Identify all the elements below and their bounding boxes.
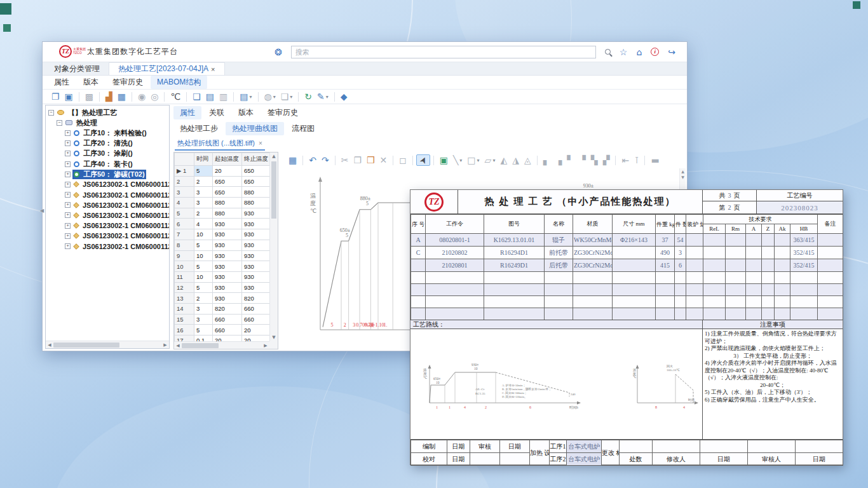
nav-tab-1[interactable]: 版本 bbox=[77, 76, 105, 89]
pointer-tool-icon[interactable]: ➤ bbox=[416, 154, 430, 166]
grid-cell[interactable]: 3 bbox=[194, 187, 213, 198]
copy-structure-icon[interactable]: ❏ bbox=[190, 92, 203, 102]
grid-cell[interactable]: 880 bbox=[213, 198, 242, 208]
detail-tab-0[interactable]: 属性 bbox=[173, 106, 201, 119]
search-icon[interactable] bbox=[605, 49, 611, 55]
tree-expander-icon[interactable]: + bbox=[65, 130, 71, 136]
copy-icon[interactable]: ❐ bbox=[351, 155, 364, 165]
window-tab-1[interactable]: 热处理工艺[2023-07-04J]A× bbox=[109, 62, 225, 75]
info-icon[interactable]: i bbox=[651, 48, 659, 56]
chart-icon[interactable]: ▟ bbox=[103, 92, 115, 102]
grid-row-15[interactable]: 153660660 bbox=[175, 314, 270, 325]
grid-cell[interactable]: 820 bbox=[242, 293, 270, 304]
tag-edit-icon[interactable]: ◆ bbox=[338, 92, 350, 102]
grid-cell[interactable]: 650 bbox=[242, 176, 270, 187]
grid-cell[interactable]: 660 bbox=[213, 325, 242, 336]
grid-cell[interactable]: 930 bbox=[242, 250, 270, 261]
grid-cell[interactable]: 930 bbox=[242, 240, 270, 250]
grid-cell[interactable]: 880 bbox=[242, 187, 270, 198]
list-edit-icon[interactable]: ▥ bbox=[217, 92, 230, 102]
relation-icon[interactable]: ◍▾ bbox=[262, 92, 278, 102]
image-tool-icon[interactable]: ▣ bbox=[437, 155, 451, 165]
dropdown-caret-icon[interactable]: ▾ bbox=[249, 94, 252, 100]
grid-row-6[interactable]: 64930930 bbox=[175, 219, 270, 229]
tree-item-9[interactable]: +JS06123002-1 CM0600011215 bbox=[47, 200, 169, 210]
grid-cell[interactable]: 930 bbox=[213, 229, 242, 240]
grid-cell[interactable]: 930 bbox=[213, 282, 242, 293]
grid-cell[interactable]: 650 bbox=[213, 187, 242, 198]
grid-row-header[interactable]: ▶ 1 bbox=[175, 166, 194, 177]
tree-item-0[interactable]: −【】热处理工艺 bbox=[47, 107, 169, 118]
tree-expander-icon[interactable]: + bbox=[65, 202, 71, 208]
detail-tab-2[interactable]: 版本 bbox=[232, 106, 260, 119]
grid-cell[interactable]: 2 bbox=[194, 293, 213, 304]
grid-cell[interactable]: 20 bbox=[242, 336, 270, 342]
fit-height-icon[interactable]: ⊺ bbox=[632, 155, 641, 165]
tree-item-12[interactable]: +JS06123002-1 CM0600011215 bbox=[47, 231, 169, 241]
grid-cell[interactable]: 20 bbox=[242, 325, 270, 336]
grid-row-header[interactable]: 5 bbox=[175, 208, 194, 219]
grid-row-header[interactable]: 12 bbox=[175, 282, 194, 293]
grid-row-header[interactable]: 13 bbox=[175, 293, 194, 304]
dropdown-caret-icon[interactable]: ▾ bbox=[459, 158, 462, 163]
detail-subtab-2[interactable]: 流程图 bbox=[285, 122, 321, 135]
grid-row-1[interactable]: ▶ 1520650 bbox=[175, 166, 270, 177]
grid-cell[interactable]: 930 bbox=[213, 240, 242, 250]
line-tool-icon[interactable]: ╲▾ bbox=[451, 155, 465, 165]
flip-horizontal-icon[interactable]: ◭ bbox=[498, 155, 510, 165]
nav-tab-3[interactable]: MABOM结构 bbox=[151, 76, 207, 89]
tree-item-1[interactable]: −热处理 bbox=[47, 118, 169, 128]
exit-icon[interactable]: ↪ bbox=[668, 48, 675, 57]
align-top-icon[interactable]: ▘ bbox=[564, 155, 576, 165]
dropdown-caret-icon[interactable]: ▾ bbox=[326, 94, 329, 100]
tree-item-3[interactable]: +工序20： 清洗() bbox=[47, 139, 169, 149]
advanced-search-icon[interactable]: ❂ bbox=[275, 48, 282, 57]
grid-row-header[interactable]: 16 bbox=[175, 325, 194, 336]
grid-cell[interactable]: 2 bbox=[194, 208, 213, 219]
grid-cell[interactable]: 5 bbox=[194, 166, 213, 177]
tree-horizontal-scrollbar[interactable]: ◀ ▶ bbox=[46, 341, 169, 348]
list-icon[interactable]: ▤ bbox=[203, 92, 217, 102]
tree-expander-icon[interactable]: + bbox=[65, 172, 71, 177]
grid-cell[interactable]: 930 bbox=[242, 271, 270, 282]
grid-row-13[interactable]: 132930820 bbox=[175, 293, 270, 304]
rect-tool-icon[interactable]: □▾ bbox=[465, 155, 482, 165]
col-header-start-temp[interactable]: 起始温度 bbox=[213, 153, 242, 166]
tree-expander-icon[interactable]: + bbox=[65, 233, 71, 239]
close-file-tab-icon[interactable]: × bbox=[259, 140, 262, 147]
grid-row-2[interactable]: 22650650 bbox=[175, 176, 270, 187]
grid-row-14[interactable]: 143820660 bbox=[175, 303, 270, 314]
grid-row-7[interactable]: 710930930 bbox=[175, 229, 270, 240]
cut-icon[interactable]: ✂ bbox=[339, 155, 351, 165]
grid-cell[interactable]: 0.1 bbox=[194, 336, 213, 342]
scroll-up-arrow-icon[interactable]: ▲ bbox=[270, 152, 278, 160]
tree-expander-icon[interactable]: + bbox=[65, 223, 71, 229]
grid-row-header[interactable]: 14 bbox=[175, 303, 194, 314]
grid-vertical-scrollbar[interactable]: ▲ ▼ bbox=[269, 152, 278, 341]
edit-database-icon[interactable]: ✎▾ bbox=[315, 92, 331, 102]
grid-row-8[interactable]: 85930930 bbox=[175, 240, 270, 250]
grid-row-header[interactable]: 8 bbox=[175, 240, 194, 250]
tree-item-5[interactable]: +工序40： 装卡() bbox=[47, 159, 169, 169]
column-settings-icon[interactable]: ▦ bbox=[286, 155, 299, 165]
detail-tab-1[interactable]: 关联 bbox=[203, 106, 231, 119]
grid-cell[interactable]: 930 bbox=[242, 229, 270, 240]
scroll-left-arrow-icon[interactable]: ◀ bbox=[174, 343, 182, 348]
grid-cell[interactable]: 930 bbox=[242, 219, 270, 229]
user-secondary-icon[interactable]: ◎ bbox=[148, 92, 161, 102]
panel-collapse-arrow[interactable]: ◀ bbox=[40, 204, 44, 218]
grid-row-4[interactable]: 43880880 bbox=[175, 198, 270, 208]
scroll-left-arrow-icon[interactable]: ◀ bbox=[46, 342, 53, 348]
align-left-icon[interactable]: ▖ bbox=[541, 155, 553, 165]
grid-cell[interactable]: 4 bbox=[194, 219, 213, 229]
grid-cell[interactable]: 820 bbox=[213, 303, 242, 314]
grid-cell[interactable]: 5 bbox=[194, 325, 213, 336]
schedule-edit-icon[interactable]: ▦ bbox=[115, 92, 128, 102]
tree-item-11[interactable]: +JS06123002-1 CM0600011215 bbox=[47, 220, 169, 231]
detail-tab-3[interactable]: 签审历史 bbox=[261, 106, 304, 119]
grid-cell[interactable]: 650 bbox=[242, 166, 270, 177]
grid-row-5[interactable]: 52880930 bbox=[175, 208, 270, 219]
col-header-time[interactable]: 时间 bbox=[194, 153, 213, 166]
scrollbar-thumb[interactable] bbox=[271, 161, 276, 219]
grid-row-header[interactable]: 9 bbox=[175, 250, 194, 261]
